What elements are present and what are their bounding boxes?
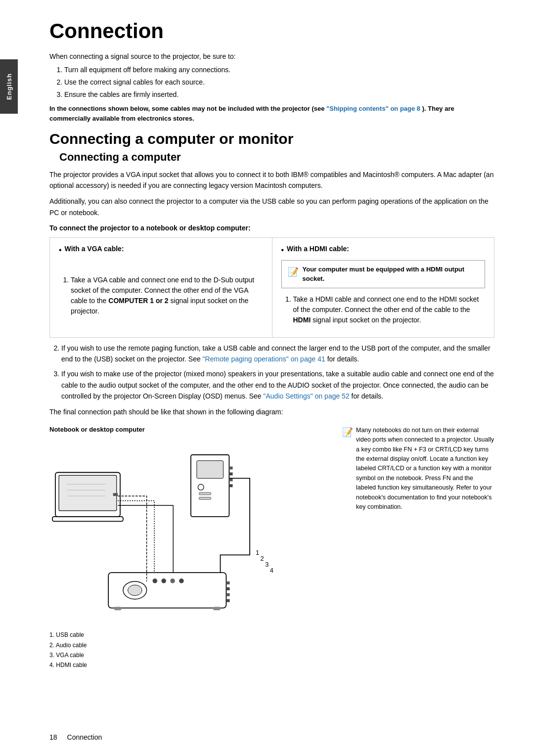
svg-rect-20 [161,578,166,583]
svg-rect-19 [153,578,158,583]
shipping-contents-link[interactable]: "Shipping contents" on page 8 [326,105,420,112]
body-text-1: The projector provides a VGA input socke… [49,169,494,191]
note-icon: 📝 [288,266,299,279]
cable-label-2: 2. Audio cable [49,640,332,650]
svg-rect-25 [226,593,229,596]
outer-steps-list: If you wish to use the remote paging fun… [61,343,494,402]
vga-col-header: With a VGA cable: [65,245,124,253]
diagram-note-wrapper: 📝 Many notebooks do not turn on their ex… [342,426,494,512]
audio-settings-link[interactable]: "Audio Settings" on page 52 [264,392,350,400]
vga-bullet: With a VGA cable: [59,245,263,256]
intro-step-3: Ensure the cables are firmly inserted. [64,89,494,100]
vga-step-1: Take a VGA cable and connect one end to … [71,275,263,316]
hdmi-step-1: Take a HDMI cable and connect one end to… [293,294,486,325]
page-title: Connection [49,20,494,43]
vga-steps: Take a VGA cable and connect one end to … [71,275,263,316]
cable-labels: 1. USB cable 2. Audio cable 3. VGA cable… [49,630,332,670]
svg-rect-21 [170,578,175,583]
svg-rect-16 [108,573,226,608]
outer-step-3: If you wish to make use of the projector… [61,368,494,401]
col-hdmi: With a HDMI cable: 📝 Your computer must … [272,238,494,337]
intro-section: When connecting a signal source to the p… [49,51,494,123]
svg-rect-1 [59,475,117,510]
connection-diagram: 1 2 3 4 [49,437,332,625]
svg-rect-2 [52,517,123,522]
connect-heading: To connect the projector to a notebook o… [49,223,494,233]
svg-rect-15 [229,484,232,487]
svg-rect-26 [226,599,229,602]
svg-text:1: 1 [256,549,259,556]
warning-text: In the connections shown below, some cab… [49,104,494,123]
svg-text:4: 4 [270,567,273,574]
cable-label-3: 3. VGA cable [49,650,332,660]
svg-point-9 [198,484,204,490]
outer-step-2: If you wish to use the remote paging fun… [61,343,494,365]
two-col-section: With a VGA cable: Take a VGA cable and c… [49,237,494,337]
sidebar-tab: English [0,59,18,114]
sub-heading: Connecting a computer [59,151,494,164]
cable-label-4: 4. HDMI cable [49,660,332,670]
svg-rect-28 [213,607,220,610]
svg-rect-12 [229,466,232,469]
svg-text:3: 3 [265,561,268,568]
svg-rect-11 [199,497,211,499]
cable-label-1: 1. USB cable [49,630,332,640]
diagram-note-icon: 📝 [342,426,353,439]
section-heading: Connecting a computer or monitor [49,130,494,148]
svg-point-18 [128,585,142,595]
page-container: English Connection When connecting a sig… [0,0,534,756]
hdmi-note-strong: Your computer must be equipped with a HD… [303,266,465,283]
svg-rect-27 [114,607,121,610]
svg-text:2: 2 [261,555,264,562]
hdmi-note-text: Your computer must be equipped with a HD… [303,265,479,284]
svg-rect-23 [226,581,229,584]
intro-step-2: Use the correct signal cables for each s… [64,77,494,88]
svg-rect-22 [179,578,184,583]
body-text-2: Additionally, you can also connect the p… [49,196,494,218]
hdmi-steps: Take a HDMI cable and connect one end to… [293,294,486,325]
hdmi-col-header: With a HDMI cable: [287,245,349,253]
diagram-label: Notebook or desktop computer [49,426,332,433]
intro-steps-list: Turn all equipment off before making any… [64,65,494,100]
diagram-right-note: 📝 Many notebooks do not turn on their ex… [342,426,494,512]
page-number: 18 [49,733,57,741]
hdmi-note-box: 📝 Your computer must be equipped with a … [281,260,486,288]
diagram-left: Notebook or desktop computer [49,426,332,670]
svg-rect-10 [199,492,211,495]
remote-paging-link[interactable]: "Remote paging operations" on page 41 [203,355,325,363]
hdmi-bullet: With a HDMI cable: [281,245,486,256]
footer-label: Connection [67,733,102,741]
footer: 18 Connection [0,733,534,741]
svg-rect-13 [229,472,232,475]
diagram-section: Notebook or desktop computer [49,426,494,670]
final-text: The final connection path should be like… [49,406,494,417]
svg-rect-8 [197,461,223,479]
diagram-note-text: Many notebooks do not turn on their exte… [356,426,494,512]
sidebar-label: English [5,73,13,100]
intro-heading: When connecting a signal source to the p… [49,51,494,62]
warning-main: In the connections shown below, some cab… [49,105,324,112]
svg-rect-6 [113,493,118,496]
col-vga: With a VGA cable: Take a VGA cable and c… [50,238,272,337]
intro-step-1: Turn all equipment off before making any… [64,65,494,75]
svg-rect-24 [226,587,229,590]
